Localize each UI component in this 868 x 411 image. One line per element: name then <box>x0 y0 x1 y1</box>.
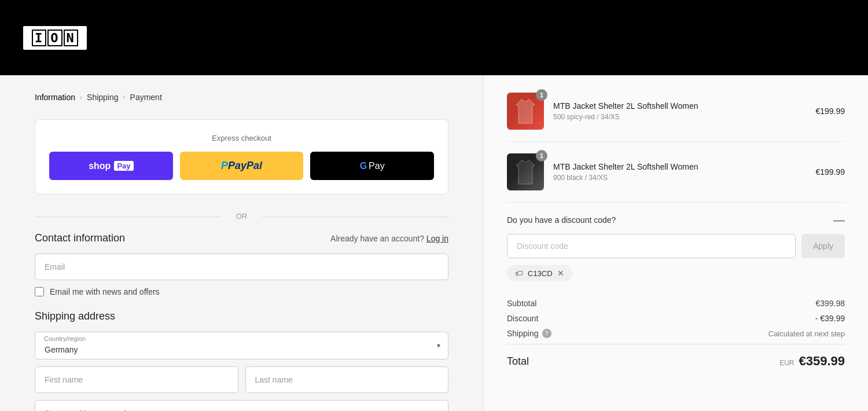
subtotal-value: €399.98 <box>815 299 845 308</box>
newsletter-checkbox[interactable] <box>35 287 44 296</box>
header: ION <box>0 0 868 75</box>
shipping-help-icon[interactable]: ? <box>542 329 551 338</box>
total-label: Total <box>507 355 529 368</box>
shipping-label: Shipping <box>507 329 539 338</box>
product-info-2: MTB Jacket Shelter 2L Softshell Women 90… <box>553 162 806 182</box>
shop-pay-button[interactable]: shop Pay <box>49 152 173 180</box>
discount-row: Discount - €39.99 <box>507 314 845 323</box>
email-input[interactable] <box>35 254 448 280</box>
product-name-2: MTB Jacket Shelter 2L Softshell Women <box>553 162 806 171</box>
discount-question-text: Do you have a discount code? <box>507 215 616 225</box>
product-image-2: 1 <box>507 153 544 190</box>
gpay-label: Pay <box>369 161 385 171</box>
remove-discount-button[interactable]: ✕ <box>557 269 564 278</box>
total-amount-group: EUR €359.99 <box>779 354 845 369</box>
contact-title: Contact information <box>35 232 125 244</box>
shipping-row: Shipping ? Calculated at next step <box>507 329 845 338</box>
login-prompt: Already have an account? Log in <box>330 234 448 243</box>
gpay-button[interactable]: G Pay <box>310 152 434 180</box>
discount-toggle-header[interactable]: Do you have a discount code? — <box>507 214 845 226</box>
product-variant-2: 900 black / 34/XS <box>553 174 806 182</box>
last-name-input[interactable] <box>245 366 449 393</box>
logo-image: ION <box>23 26 87 50</box>
shop-pay-label: shop <box>89 161 111 171</box>
product-info-1: MTB Jacket Shelter 2L Softshell Women 50… <box>553 101 806 121</box>
shipping-label-group: Shipping ? <box>507 329 551 338</box>
breadcrumb-sep-1: › <box>80 93 82 101</box>
apply-discount-button[interactable]: Apply <box>801 234 845 258</box>
country-select[interactable]: Germany <box>35 332 448 359</box>
discount-toggle-icon: — <box>833 214 845 226</box>
name-row <box>35 366 448 400</box>
or-divider: OR <box>35 212 448 221</box>
product-quantity-badge-2: 1 <box>536 150 547 162</box>
discount-input-row: Apply <box>507 234 845 258</box>
tag-icon: 🏷 <box>515 269 523 278</box>
shop-pay-badge: Pay <box>114 161 133 171</box>
left-panel: Information › Shipping › Payment Express… <box>0 75 483 411</box>
breadcrumb-payment[interactable]: Payment <box>130 93 162 102</box>
product-item-1: 1 MTB Jacket Shelter 2L Softshell Women … <box>507 93 845 142</box>
paypal-button[interactable]: P PayPal <box>180 152 304 180</box>
paypal-p: P <box>221 160 228 172</box>
breadcrumb-information[interactable]: Information <box>35 93 75 102</box>
login-link[interactable]: Log in <box>426 234 448 243</box>
product-item-2: 1 MTB Jacket Shelter 2L Softshell Women … <box>507 153 845 203</box>
order-summary: 1 MTB Jacket Shelter 2L Softshell Women … <box>483 75 868 411</box>
express-checkout-label: Express checkout <box>49 134 434 142</box>
applied-discount-tag: 🏷 C13CD ✕ <box>507 265 572 281</box>
product-price-2: €199.99 <box>815 167 845 177</box>
breadcrumb-shipping[interactable]: Shipping <box>87 93 119 102</box>
product-quantity-badge-1: 1 <box>536 89 547 101</box>
breadcrumb: Information › Shipping › Payment <box>35 93 448 102</box>
contact-section-header: Contact information Already have an acco… <box>35 232 448 244</box>
total-currency: EUR <box>779 359 794 367</box>
discount-code-input[interactable] <box>507 234 796 258</box>
shipping-value: Calculated at next step <box>768 329 845 338</box>
product-image-1: 1 <box>507 93 544 130</box>
newsletter-row: Email me with news and offers <box>35 287 448 296</box>
street-input[interactable] <box>35 400 448 411</box>
total-amount: €359.99 <box>799 354 845 369</box>
already-account-text: Already have an account? <box>330 234 424 243</box>
total-final-row: Total EUR €359.99 <box>507 344 845 369</box>
product-variant-1: 500 spicy-red / 34/XS <box>553 113 806 121</box>
main-layout: Information › Shipping › Payment Express… <box>0 75 868 411</box>
gpay-g: G <box>360 161 367 171</box>
newsletter-label: Email me with news and offers <box>50 287 160 296</box>
totals-section: Subtotal €399.98 Discount - €39.99 Shipp… <box>507 299 845 338</box>
breadcrumb-sep-2: › <box>123 93 126 101</box>
paypal-label: PayPal <box>228 160 262 172</box>
product-price-1: €199.99 <box>815 107 845 116</box>
product-name-1: MTB Jacket Shelter 2L Softshell Women <box>553 101 806 111</box>
discount-label: Discount <box>507 314 538 323</box>
logo: ION <box>23 26 87 50</box>
country-select-wrapper: Country/region Germany ▾ <box>35 332 448 359</box>
subtotal-label: Subtotal <box>507 299 536 308</box>
express-checkout-buttons: shop Pay P PayPal G Pay <box>49 152 434 180</box>
shipping-title: Shipping address <box>35 310 448 322</box>
first-name-input[interactable] <box>35 366 238 393</box>
applied-code-text: C13CD <box>528 269 553 278</box>
subtotal-row: Subtotal €399.98 <box>507 299 845 308</box>
express-checkout-section: Express checkout shop Pay P PayPal G Pay <box>35 119 448 195</box>
discount-value: - €39.99 <box>815 314 845 323</box>
